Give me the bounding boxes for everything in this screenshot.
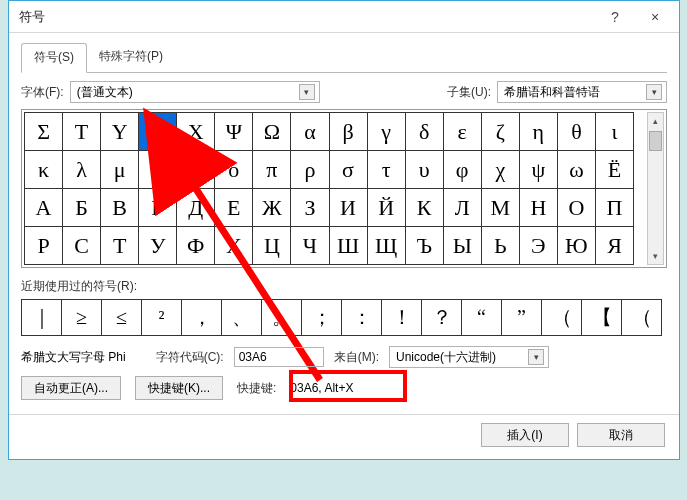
from-combo[interactable]: Unicode(十六进制) ▾ [389,346,549,368]
symbol-cell[interactable]: Б [63,189,101,227]
subset-combo[interactable]: 希腊语和科普特语 ▾ [497,81,667,103]
symbol-cell[interactable]: Ы [443,227,481,265]
symbol-cell[interactable]: Щ [367,227,405,265]
symbol-cell[interactable]: β [329,113,367,151]
symbol-cell[interactable]: σ [329,151,367,189]
symbol-cell[interactable]: φ [443,151,481,189]
symbol-cell[interactable]: Ф [177,227,215,265]
recent-cell[interactable]: ≥ [62,300,102,336]
symbol-cell[interactable]: κ [25,151,63,189]
symbol-cell[interactable]: Φ [139,113,177,151]
symbol-grid[interactable]: ΣΤΥΦΧΨΩαβγδεζηθικλμνξοπρστυφχψωЁАБВГДЕЖЗ… [24,112,634,265]
symbol-cell[interactable]: γ [367,113,405,151]
shortcut-button[interactable]: 快捷键(K)... [135,376,223,400]
symbol-cell[interactable]: ι [595,113,633,151]
symbol-cell[interactable]: Г [139,189,177,227]
symbol-cell[interactable]: α [291,113,329,151]
symbol-cell[interactable]: π [253,151,291,189]
symbol-cell[interactable]: Χ [177,113,215,151]
subset-label: 子集(U): [447,84,491,101]
symbol-cell[interactable]: Ω [253,113,291,151]
recent-cell[interactable]: 【 [582,300,622,336]
symbol-cell[interactable]: ψ [519,151,557,189]
recent-cell[interactable]: ； [302,300,342,336]
symbol-cell[interactable]: Э [519,227,557,265]
tab-special[interactable]: 特殊字符(P) [87,43,175,72]
symbol-cell[interactable]: У [139,227,177,265]
symbol-cell[interactable]: μ [101,151,139,189]
symbol-cell[interactable]: Τ [63,113,101,151]
symbol-cell[interactable]: Σ [25,113,63,151]
recent-cell[interactable]: 。 [262,300,302,336]
symbol-cell[interactable]: Υ [101,113,139,151]
recent-cell[interactable]: ” [502,300,542,336]
symbol-cell[interactable]: ε [443,113,481,151]
recent-cell[interactable]: ≤ [102,300,142,336]
symbol-cell[interactable]: τ [367,151,405,189]
symbol-cell[interactable]: Х [215,227,253,265]
symbol-cell[interactable]: Я [595,227,633,265]
recent-cell[interactable]: ² [142,300,182,336]
symbol-cell[interactable]: Ч [291,227,329,265]
symbol-cell[interactable]: И [329,189,367,227]
recent-cell[interactable]: 、 [222,300,262,336]
symbol-cell[interactable]: В [101,189,139,227]
symbol-cell[interactable]: ζ [481,113,519,151]
symbol-cell[interactable]: Р [25,227,63,265]
symbol-cell[interactable]: ξ [177,151,215,189]
symbol-cell[interactable]: λ [63,151,101,189]
recent-cell[interactable]: ， [182,300,222,336]
symbol-cell[interactable]: ν [139,151,177,189]
symbol-cell[interactable]: З [291,189,329,227]
recent-cell[interactable]: ｜ [22,300,62,336]
close-button[interactable]: × [635,3,675,31]
symbol-cell[interactable]: Ё [595,151,633,189]
cancel-button[interactable]: 取消 [577,423,665,447]
code-field[interactable]: 03A6 [234,347,324,367]
scroll-down-icon[interactable]: ▾ [648,248,663,264]
recent-cell[interactable]: （ [622,300,662,336]
autocorrect-button[interactable]: 自动更正(A)... [21,376,121,400]
insert-button[interactable]: 插入(I) [481,423,569,447]
recent-cell[interactable]: （ [542,300,582,336]
font-combo[interactable]: (普通文本) ▾ [70,81,320,103]
symbol-cell[interactable]: χ [481,151,519,189]
symbol-cell[interactable]: Ц [253,227,291,265]
symbol-cell[interactable]: Н [519,189,557,227]
help-button[interactable]: ? [595,3,635,31]
recent-cell[interactable]: “ [462,300,502,336]
scrollbar[interactable]: ▴ ▾ [647,112,664,265]
symbol-cell[interactable]: А [25,189,63,227]
symbol-cell[interactable]: О [557,189,595,227]
recent-cell[interactable]: ： [342,300,382,336]
symbol-cell[interactable]: К [405,189,443,227]
font-label: 字体(F): [21,84,64,101]
scroll-up-icon[interactable]: ▴ [648,113,663,129]
symbol-cell[interactable]: ρ [291,151,329,189]
symbol-cell[interactable]: Ψ [215,113,253,151]
symbol-cell[interactable]: Т [101,227,139,265]
symbol-cell[interactable]: Ю [557,227,595,265]
symbol-cell[interactable]: ω [557,151,595,189]
symbol-cell[interactable]: М [481,189,519,227]
symbol-cell[interactable]: С [63,227,101,265]
recent-grid[interactable]: ｜≥≤²，、。；：！？“”（【（ [21,299,662,336]
scroll-thumb[interactable] [649,131,662,151]
symbol-cell[interactable]: υ [405,151,443,189]
symbol-cell[interactable]: Ж [253,189,291,227]
symbol-cell[interactable]: Ш [329,227,367,265]
symbol-cell[interactable]: Е [215,189,253,227]
recent-cell[interactable]: ？ [422,300,462,336]
symbol-cell[interactable]: δ [405,113,443,151]
recent-cell[interactable]: ！ [382,300,422,336]
symbol-cell[interactable]: Д [177,189,215,227]
symbol-cell[interactable]: Л [443,189,481,227]
tab-symbols[interactable]: 符号(S) [21,43,87,73]
symbol-cell[interactable]: θ [557,113,595,151]
symbol-cell[interactable]: Й [367,189,405,227]
symbol-cell[interactable]: Ь [481,227,519,265]
symbol-cell[interactable]: ο [215,151,253,189]
symbol-cell[interactable]: П [595,189,633,227]
symbol-cell[interactable]: η [519,113,557,151]
symbol-cell[interactable]: Ъ [405,227,443,265]
